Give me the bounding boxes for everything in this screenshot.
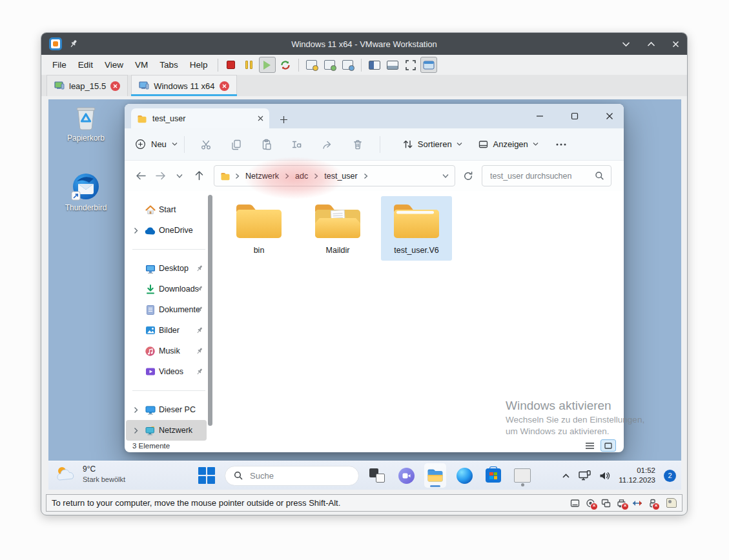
more-options-button[interactable] [555, 143, 567, 146]
sidebar-item-desktop[interactable]: Desktop [126, 258, 207, 279]
close-tab-icon[interactable] [220, 81, 229, 91]
weather-widget[interactable]: 9°C Stark bewölkt [55, 465, 125, 484]
maximize-window-icon[interactable] [647, 41, 655, 47]
snapshot-manager-icon [342, 60, 353, 70]
hard-disk-status-icon[interactable] [570, 498, 580, 508]
desktop-icon-recycle-bin[interactable]: Papierkorb [61, 105, 110, 143]
sidebar-item-downloads[interactable]: Downloads [126, 279, 207, 299]
close-explorer-tab-icon[interactable] [258, 115, 263, 121]
printer-status-icon[interactable] [616, 498, 627, 508]
usb-status-icon[interactable] [647, 498, 658, 508]
up-button[interactable] [189, 170, 209, 181]
microsoft-store-button[interactable] [482, 463, 504, 488]
show-library-button[interactable] [366, 57, 383, 73]
take-snapshot-button[interactable] [303, 57, 320, 73]
close-tab-icon[interactable] [110, 81, 120, 91]
serial-port-status-icon[interactable] [631, 498, 642, 508]
snapshot-manager-button[interactable] [340, 57, 356, 73]
explorer-search-box[interactable] [482, 165, 611, 186]
breadcrumb-test-user[interactable]: test_user [323, 172, 358, 181]
file-item-bin[interactable]: bin [223, 196, 294, 261]
chevron-right-icon[interactable] [130, 227, 141, 234]
sidebar-item-bilder[interactable]: Bilder [126, 320, 207, 341]
hidden-icons-button[interactable] [562, 473, 570, 479]
sidebar-item-onedrive[interactable]: OneDrive [126, 220, 207, 241]
back-button[interactable] [131, 170, 150, 181]
vm-tab-leap[interactable]: leap_15.5 [46, 75, 128, 96]
file-item-test-user-v6[interactable]: test_user.V6 [381, 196, 452, 261]
desktop-icon-thunderbird[interactable]: Thunderbird [61, 172, 110, 212]
breadcrumb-adc[interactable]: adc [294, 172, 309, 181]
notification-badge[interactable]: 2 [664, 470, 676, 482]
sidebar-item-musik[interactable]: Musik [126, 341, 207, 361]
share-button[interactable] [313, 139, 343, 150]
address-dropdown-icon[interactable] [442, 174, 449, 179]
cdrom-status-icon[interactable] [585, 498, 596, 508]
chevron-right-icon[interactable] [130, 406, 141, 414]
rename-button[interactable] [282, 139, 313, 150]
menu-vm[interactable]: VM [129, 57, 154, 72]
explorer-tab[interactable]: test_user [131, 108, 269, 128]
start-button[interactable] [196, 463, 218, 488]
sidebar-item-netzwerk[interactable]: Netzwerk [126, 420, 207, 441]
menu-file[interactable]: File [46, 57, 72, 72]
new-tab-icon[interactable] [280, 115, 288, 124]
teams-chat-button[interactable] [395, 463, 417, 488]
message-log-icon[interactable] [666, 498, 677, 508]
sidebar-item-start[interactable]: Start [126, 199, 207, 220]
minimize-window-icon[interactable] [622, 41, 630, 47]
power-off-button[interactable] [223, 57, 240, 73]
explorer-search-input[interactable] [489, 171, 591, 181]
task-view-button[interactable] [366, 463, 388, 488]
breadcrumb-netzwerk[interactable]: Netzwerk [244, 172, 280, 181]
sidebar-item-dieser-pc[interactable]: Dieser PC [126, 399, 207, 420]
suspend-button[interactable] [241, 57, 258, 73]
forward-button[interactable] [150, 170, 170, 181]
fullscreen-button[interactable] [402, 57, 419, 73]
file-item-maildir[interactable]: Maildir [302, 196, 373, 261]
address-bar[interactable]: Netzwerk adc test_user [214, 165, 455, 186]
taskbar-search-input[interactable] [249, 470, 350, 481]
new-item-button[interactable]: Neu [135, 139, 178, 150]
menu-tabs[interactable]: Tabs [154, 57, 184, 72]
view-button[interactable]: Anzeigen [478, 139, 539, 150]
sidebar-item-dokumente[interactable]: Dokumente [126, 299, 207, 320]
sort-button[interactable]: Sortieren [402, 139, 462, 150]
network-adapter-status-icon[interactable] [601, 498, 611, 508]
console-view-button[interactable] [420, 57, 437, 73]
explorer-maximize-icon[interactable] [571, 112, 579, 120]
details-view-button[interactable] [585, 442, 595, 450]
vm-tab-windows11[interactable]: Windows 11 x64 [131, 75, 236, 96]
explorer-close-icon[interactable] [606, 112, 613, 120]
show-console-button[interactable] [384, 57, 401, 73]
menu-edit[interactable]: Edit [72, 57, 99, 72]
refresh-button[interactable] [463, 171, 473, 181]
window-title: Windows 11 x64 - VMware Workstation [41, 39, 687, 49]
large-icons-view-button[interactable] [601, 439, 616, 452]
screenshot-app-button[interactable] [511, 463, 533, 488]
sidebar-item-videos[interactable]: Videos [126, 361, 207, 382]
close-window-icon[interactable] [672, 41, 679, 48]
edge-browser-button[interactable] [453, 463, 475, 488]
sidebar-separator [132, 249, 205, 250]
pin-window-icon[interactable] [70, 39, 78, 48]
power-on-button[interactable] [259, 57, 276, 73]
revert-snapshot-button[interactable] [322, 57, 338, 73]
menu-help[interactable]: Help [184, 57, 214, 72]
delete-button[interactable] [343, 139, 373, 150]
cut-button[interactable] [191, 139, 221, 150]
recent-locations-button[interactable] [170, 174, 189, 179]
reset-button[interactable] [277, 57, 294, 73]
chevron-up-icon [562, 473, 570, 479]
copy-button[interactable] [221, 139, 252, 150]
taskbar-clock[interactable]: 01:52 11.12.2023 [619, 466, 655, 485]
file-explorer-taskbar-button[interactable] [424, 463, 446, 488]
explorer-minimize-icon[interactable] [536, 112, 544, 120]
network-tray-button[interactable] [579, 470, 591, 481]
volume-tray-button[interactable] [599, 471, 610, 481]
taskbar-search-box[interactable] [225, 466, 359, 486]
chevron-right-icon[interactable] [130, 427, 141, 434]
sidebar-scrollbar[interactable] [208, 195, 212, 426]
menu-view[interactable]: View [99, 57, 129, 72]
paste-button[interactable] [252, 139, 282, 150]
